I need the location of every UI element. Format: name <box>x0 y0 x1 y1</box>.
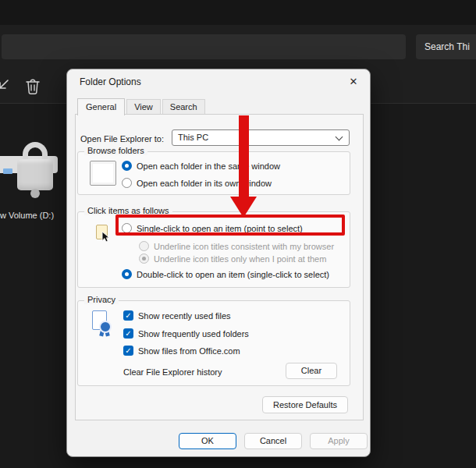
close-icon[interactable]: ✕ <box>345 73 362 90</box>
radio-label: Underline icon titles only when I point … <box>154 254 326 264</box>
tab-panel-general: Open File Explorer to: This PC Browse fo… <box>75 114 364 420</box>
browse-folders-title: Browse folders <box>84 146 147 155</box>
folder-window-icon <box>90 161 116 186</box>
open-to-value: This PC <box>178 133 208 142</box>
drive-icon-accent <box>3 168 12 174</box>
lock-icon <box>17 159 53 190</box>
checkbox-icon: ✓ <box>123 310 133 321</box>
ok-button[interactable]: OK <box>179 433 236 449</box>
checkbox-label: Show recently used files <box>138 311 231 321</box>
dialog-title: Folder Options <box>80 76 141 87</box>
open-to-dropdown[interactable]: This PC <box>172 129 350 146</box>
checkbox-icon: ✓ <box>123 346 133 356</box>
tab-search[interactable]: Search <box>162 99 205 114</box>
search-text: Search Thi <box>424 41 470 52</box>
checkbox-frequent-folders[interactable]: ✓ Show frequently used folders <box>123 328 249 339</box>
explorer-titlebar <box>0 0 476 25</box>
delete-icon[interactable] <box>24 77 41 96</box>
radio-icon <box>122 161 132 171</box>
privacy-title: Privacy <box>84 295 119 304</box>
restore-defaults-button[interactable]: Restore Defaults <box>262 396 348 413</box>
apply-button: Apply <box>310 433 368 449</box>
radio-underline-consistent: Underline icon titles consistent with my… <box>139 240 334 252</box>
checkbox-label: Show frequently used folders <box>138 329 249 339</box>
cancel-button[interactable]: Cancel <box>244 433 302 449</box>
radio-underline-point: Underline icon titles only when I point … <box>139 253 326 264</box>
radio-icon <box>139 241 149 251</box>
radio-icon <box>122 178 132 188</box>
cursor-arrow-icon <box>101 232 110 243</box>
annotation-highlight-rect <box>115 214 345 236</box>
radio-label: Underline icon titles consistent with my… <box>154 242 334 251</box>
privacy-group: Privacy ✓ Show recently used files ✓ Sho… <box>77 300 350 386</box>
tab-view[interactable]: View <box>126 99 161 114</box>
checkbox-office-files[interactable]: ✓ Show files from Office.com <box>123 345 240 356</box>
tab-strip: General View Search <box>77 98 207 115</box>
radio-label: Open each folder in its own window <box>137 179 272 188</box>
clear-history-label: Clear File Explorer history <box>123 367 222 377</box>
radio-label: Open each folder in the same window <box>137 161 280 171</box>
clear-button[interactable]: Clear <box>286 363 337 379</box>
tab-general[interactable]: General <box>77 98 125 115</box>
address-bar[interactable] <box>2 34 406 59</box>
folder-options-dialog: Folder Options ✕ General View Search Ope… <box>66 69 371 457</box>
radio-label: Double-click to open an item (single-cli… <box>137 270 329 279</box>
annotation-arrow-shaft <box>239 115 249 198</box>
open-file-explorer-label: Open File Explorer to: <box>80 134 164 144</box>
drive-volume-label[interactable]: w Volume (D:) <box>0 211 66 220</box>
chevron-down-icon <box>336 133 343 141</box>
checkbox-recent-files[interactable]: ✓ Show recently used files <box>123 310 231 321</box>
screen: Search Thi w Volume (D:) Folder Options … <box>0 0 476 468</box>
radio-icon <box>139 254 149 264</box>
radio-open-own-window[interactable]: Open each folder in its own window <box>122 177 272 189</box>
lock-icon-knob <box>30 189 40 198</box>
checkbox-label: Show files from Office.com <box>138 346 240 356</box>
checkbox-icon: ✓ <box>123 328 133 339</box>
privacy-certificate-icon <box>91 310 112 335</box>
pointer-document-icon <box>96 225 113 245</box>
explorer-toolbar: Search Thi <box>0 25 476 69</box>
toolbar-icon-partial[interactable] <box>0 78 9 94</box>
radio-icon <box>122 269 132 279</box>
browse-folders-group: Browse folders Open each folder in the s… <box>77 151 350 195</box>
search-input[interactable]: Search Thi <box>416 34 476 59</box>
radio-double-click[interactable]: Double-click to open an item (single-cli… <box>122 268 329 280</box>
radio-open-same-window[interactable]: Open each folder in the same window <box>122 160 280 172</box>
